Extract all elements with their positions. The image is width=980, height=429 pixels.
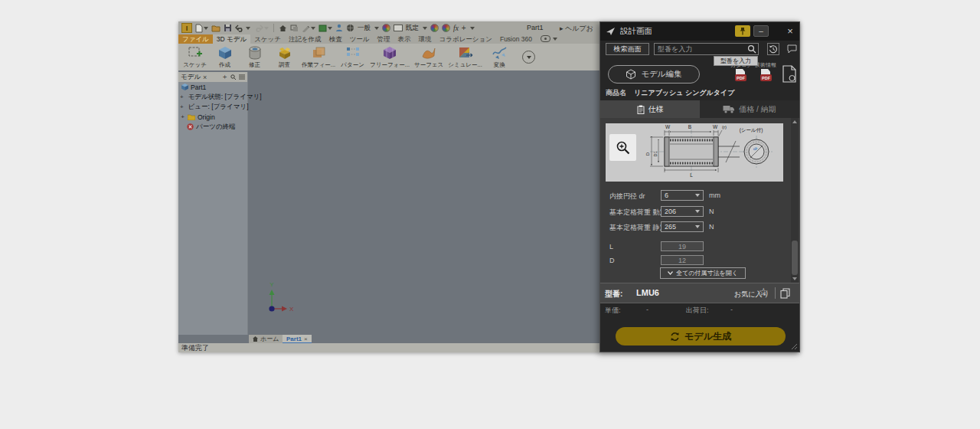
inventor-logo-icon[interactable]: I <box>181 23 192 33</box>
appearance-style-dropdown[interactable]: 既定 <box>406 24 419 33</box>
expand-plus-icon[interactable]: + <box>180 113 185 120</box>
tab-view[interactable]: 表示 <box>394 34 415 44</box>
browser-add-icon[interactable]: ＋ <box>221 72 228 82</box>
view-button[interactable] <box>290 23 299 33</box>
home-button[interactable] <box>279 23 287 33</box>
x-axis-label: X <box>289 306 294 313</box>
ship-date-label: 出荷日: <box>686 306 709 316</box>
search-screen-button[interactable]: 検索画面 <box>606 43 649 55</box>
status-text: 準備完了 <box>181 344 209 352</box>
browser-item-part[interactable]: Part1 <box>178 82 247 92</box>
ribbon-surface-button[interactable]: サーフェス <box>412 44 446 69</box>
part-number-input[interactable] <box>654 43 759 55</box>
browser-search-icon[interactable] <box>230 74 237 80</box>
color-wheel-icon[interactable] <box>382 24 390 32</box>
spec-row-inner-diameter: 内接円径 dr 6 mm <box>600 190 799 201</box>
spec-scrollbar[interactable] <box>791 118 799 283</box>
open-button[interactable] <box>211 23 220 33</box>
favorite-star-button[interactable]: ☆ <box>759 286 769 298</box>
parameters-fx-button[interactable]: fx <box>453 25 459 32</box>
browser-item-end-of-part[interactable]: パーツの終端 <box>178 122 247 132</box>
browser-item-view[interactable]: + ビュー: [プライマリ] <box>178 102 247 112</box>
display-style-icon[interactable] <box>394 25 403 31</box>
zoom-drawing-button[interactable] <box>609 134 636 161</box>
ribbon-work-features-button[interactable]: 作業フィー... <box>299 44 338 69</box>
ribbon-sketch-button[interactable]: スケッチ <box>180 44 210 69</box>
expand-plus-icon[interactable]: + <box>180 93 184 100</box>
tab-collaborate[interactable]: コラボレーション <box>436 34 496 44</box>
add-toolbar-button[interactable]: + <box>462 25 466 32</box>
static-load-select[interactable]: 265 <box>661 221 704 232</box>
chevron-down-icon <box>668 271 673 275</box>
ribbon-convert-button[interactable]: 変換 <box>485 44 514 69</box>
undo-button[interactable] <box>235 23 250 33</box>
doc-tab-close-icon[interactable]: × <box>304 336 308 342</box>
sketch-tool-button[interactable] <box>302 23 315 33</box>
tab-annotate[interactable]: 注記を作成 <box>285 34 325 44</box>
unit-price-label: 単価: <box>605 306 621 316</box>
browser-close-icon[interactable]: × <box>203 74 207 81</box>
catalog-pdf-button[interactable]: PDF <box>735 69 746 83</box>
tab-3d-model[interactable]: 3D モデル <box>213 34 250 44</box>
dynamic-load-select[interactable]: 206 <box>661 206 704 217</box>
scroll-down-icon[interactable] <box>792 277 797 280</box>
document-button[interactable] <box>782 65 796 83</box>
minimize-button[interactable]: – <box>753 25 769 37</box>
new-file-button[interactable] <box>195 23 208 33</box>
resize-grip[interactable] <box>790 342 798 350</box>
save-button[interactable] <box>224 23 232 33</box>
copy-button[interactable] <box>780 288 790 299</box>
ribbon-freeform-button[interactable]: フリーフォー... <box>368 44 412 69</box>
work-plane-icon <box>310 45 327 61</box>
doc-tab-part1[interactable]: Part1 × <box>283 335 312 343</box>
ribbon-inspect-button[interactable]: 調査 <box>270 44 299 69</box>
model-edit-button[interactable]: モデル編集 <box>608 65 700 84</box>
toolbar-separator <box>273 24 274 32</box>
tab-price-delivery[interactable]: 価格 / 納期 <box>700 100 799 118</box>
screen-record-button[interactable] <box>541 35 557 42</box>
generate-model-button[interactable]: モデル生成 <box>616 327 786 345</box>
history-button[interactable] <box>767 43 779 55</box>
browser-item-model-states[interactable]: + モデル状態: [プライマリ] <box>178 92 247 102</box>
toolbar-options-caret-icon[interactable] <box>470 27 475 30</box>
tab-file[interactable]: ファイル <box>178 34 213 44</box>
ribbon-pattern-button[interactable]: パターン <box>338 44 368 69</box>
tab-fusion360[interactable]: Fusion 360 <box>496 34 536 44</box>
browser-tab-label[interactable]: モデル <box>181 73 201 82</box>
expand-plus-icon[interactable]: + <box>180 103 184 110</box>
pdf-badge: PDF <box>735 74 746 81</box>
tab-spec[interactable]: 仕様 <box>600 100 700 118</box>
inner-diameter-select[interactable]: 6 <box>661 190 704 201</box>
help-menu[interactable]: ▸ ヘルプお <box>560 24 593 34</box>
ribbon-collapse-button[interactable] <box>522 51 535 64</box>
browser-menu-icon[interactable] <box>239 74 245 80</box>
scrollbar-thumb[interactable] <box>792 241 798 275</box>
material-button[interactable] <box>318 23 332 33</box>
search-icon[interactable] <box>747 44 756 54</box>
divider <box>775 287 776 299</box>
redo-button[interactable] <box>253 23 269 33</box>
appearance-clear-wheel-icon[interactable] <box>442 24 450 32</box>
browser-item-origin[interactable]: + Origin <box>178 112 247 122</box>
doc-tab-home[interactable]: ホーム <box>249 335 283 343</box>
tab-environments[interactable]: 環境 <box>415 34 436 44</box>
expand-dimensions-button[interactable]: 全ての付属寸法を開く <box>660 267 746 279</box>
tab-manage[interactable]: 管理 <box>374 34 394 44</box>
tab-sketch[interactable]: スケッチ <box>250 34 285 44</box>
appearance-wheel-icon[interactable] <box>430 24 439 32</box>
ribbon-modify-button[interactable]: 修正 <box>240 44 270 69</box>
tab-inspect[interactable]: 検査 <box>325 34 346 44</box>
panel-titlebar[interactable]: 設計画面 <box>600 22 799 41</box>
ribbon-create-button[interactable]: 作成 <box>210 44 240 69</box>
close-button[interactable]: × <box>782 25 798 37</box>
pin-button[interactable] <box>735 25 750 37</box>
scroll-up-icon[interactable] <box>792 120 797 123</box>
input-tooltip: 型番を入力 <box>714 56 758 66</box>
user-icon[interactable] <box>335 23 343 33</box>
sphere-icon[interactable] <box>346 23 354 33</box>
tech-info-pdf-button[interactable]: PDF <box>760 69 772 83</box>
material-profile-dropdown[interactable]: 一般 <box>358 24 371 33</box>
tab-tools[interactable]: ツール <box>346 34 374 44</box>
ribbon-simulation-button[interactable]: シミュレー... <box>446 44 484 69</box>
comment-icon[interactable] <box>787 44 797 54</box>
